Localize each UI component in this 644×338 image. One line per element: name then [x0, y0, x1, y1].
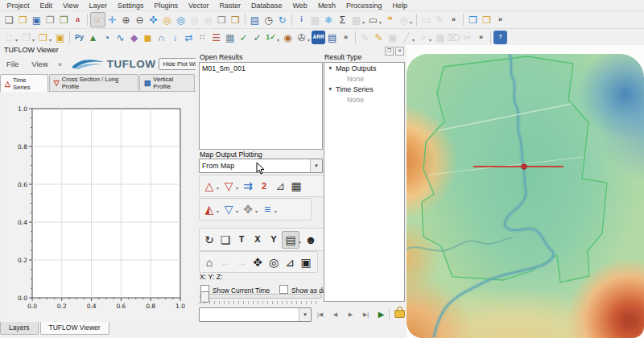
plot-zoom-icon[interactable]: ◎ [266, 254, 282, 270]
menu-web[interactable]: Web [287, 2, 312, 10]
open-results-list[interactable]: M01_5m_001 [199, 62, 323, 150]
menu-mesh[interactable]: Mesh [312, 2, 341, 10]
refresh-plot-icon[interactable]: ↻ [201, 232, 217, 248]
legend-toggle-icon[interactable]: ▤ [282, 231, 299, 249]
plot-axes-icon[interactable]: ⊿ [282, 254, 298, 270]
tree-child-item[interactable]: None [324, 73, 404, 84]
timestep-combo[interactable]: ▼ [199, 307, 312, 322]
cs-plot-dropdown[interactable]: ▾ [236, 185, 238, 191]
measure-icon[interactable]: ▭ [366, 13, 380, 27]
arr-badge-icon[interactable]: ARR [312, 31, 325, 44]
panel-menu-file[interactable]: File [0, 60, 25, 68]
x-axis-icon[interactable]: X [250, 232, 266, 248]
tab-time-series[interactable]: △Time Series [0, 74, 48, 93]
paperclip-icon[interactable]: ✇ [295, 31, 308, 44]
shield-pen-icon[interactable]: ◆ [127, 31, 141, 44]
new-layer-dropdown[interactable]: ▾ [49, 37, 52, 43]
new-layer-icon[interactable]: ❒ [36, 31, 50, 44]
lock-icon[interactable] [394, 310, 405, 318]
ts-plot-icon[interactable]: △ [201, 178, 217, 194]
menu-database[interactable]: Database [246, 2, 288, 10]
identify-features-icon[interactable]: i [295, 13, 308, 27]
pan-map-icon[interactable]: ☞ [90, 12, 105, 27]
manage-layers-icon[interactable]: ❒ [466, 13, 480, 27]
toolbar2-overflow-2-icon[interactable]: » [474, 31, 488, 44]
y-axis-icon[interactable]: Y [266, 232, 282, 248]
toggle-editing-icon[interactable]: ✎ [372, 31, 386, 44]
layout-manager-icon[interactable]: ❐ [57, 13, 71, 27]
depth-average-dropdown[interactable]: ▾ [236, 208, 238, 214]
check-files-gear-icon[interactable]: ✓ [250, 31, 264, 44]
open-project-icon[interactable]: ❒ [16, 13, 30, 27]
cs-plot-icon[interactable]: ▽ [221, 178, 237, 194]
save-project-icon[interactable]: ▣ [30, 13, 43, 27]
mesh-grid-icon[interactable]: ▦ [288, 178, 304, 194]
prev-timestep-button[interactable]: ◀ [328, 308, 342, 320]
time-slider[interactable] [200, 294, 322, 299]
cursor-trace-icon[interactable]: ⊿ [272, 178, 288, 194]
tree-expand-arrow[interactable]: ▼ [328, 86, 336, 92]
flux-line-icon[interactable]: ⇉ [240, 178, 256, 194]
arr-bear-icon[interactable]: ◉ [281, 31, 295, 44]
legend-toggle-dropdown[interactable]: ▾ [299, 239, 301, 245]
float-panel-button[interactable]: ❐ [385, 47, 394, 56]
map-image-export-icon[interactable]: ▦ [223, 31, 237, 44]
check-1d-integrity-icon[interactable]: 1✓ [264, 31, 278, 44]
menu-view[interactable]: View [58, 2, 84, 10]
menu-processing[interactable]: Processing [341, 2, 387, 10]
close-panel-button[interactable]: ✕ [395, 47, 404, 56]
panel-menu-view[interactable]: View [25, 60, 54, 68]
tree-node-time-series[interactable]: ▼Time Series [324, 84, 404, 94]
data-source-manager-icon[interactable]: ❒ [480, 13, 493, 27]
map-tips-icon[interactable]: ❝ [383, 13, 397, 27]
dock-tab-tuflow-viewer[interactable]: TUFLOW Viewer [40, 322, 109, 335]
style-manager-icon[interactable]: a [71, 13, 85, 27]
new-print-layout-icon[interactable]: ❐ [43, 13, 57, 27]
dem-tools-icon[interactable]: ▲ [86, 31, 100, 44]
panel-menu-overflow[interactable]: » [55, 60, 65, 68]
menu-vector[interactable]: Vector [183, 2, 214, 10]
menu-edit[interactable]: Edit [35, 2, 58, 10]
toolbar1-overflow-icon[interactable]: » [447, 13, 460, 27]
freeze-canvas-icon[interactable]: ❄ [322, 13, 336, 27]
refresh-map-icon[interactable]: ↻ [275, 13, 289, 27]
menu-raster[interactable]: Raster [214, 2, 246, 10]
tree-node-map-outputs[interactable]: ▼Map Outputs [324, 63, 404, 73]
tuflow-wave-icon[interactable]: ∿ [114, 31, 127, 44]
3d-plot-icon[interactable]: ≡ [259, 201, 275, 217]
dock-tab-layers[interactable]: Layers [0, 322, 39, 335]
new-project-icon[interactable]: ❏ [2, 13, 16, 27]
checkbox-box[interactable] [279, 285, 288, 294]
add-delimited-layer-icon[interactable]: ▣ [53, 31, 67, 44]
reload-results-icon[interactable]: ⇄ [182, 31, 196, 44]
menu-plugins[interactable]: Plugins [149, 2, 184, 10]
measure-dropdown[interactable]: ▾ [379, 19, 382, 25]
tcf-tool-icon[interactable]: ∷ [196, 31, 209, 44]
zoom-to-selection-icon[interactable]: ◎ [160, 13, 174, 27]
curtain-plot-icon[interactable]: ◭ [201, 201, 217, 217]
tab-vertical-profile[interactable]: ▤Vertical Profile [139, 74, 195, 91]
3d-plot-dropdown[interactable]: ▾ [275, 208, 277, 214]
zoom-to-layer-icon[interactable]: ◎ [174, 13, 188, 27]
menu-help[interactable]: Help [387, 2, 413, 10]
help-icon[interactable]: ? [493, 31, 507, 44]
toolbar2-overflow-icon[interactable]: » [339, 31, 353, 44]
map-canvas[interactable] [407, 45, 644, 338]
result-type-tree[interactable]: ▼Map OutputsNone▼Time SeriesNone [324, 62, 405, 302]
zoom-full-icon[interactable]: ✜ [147, 13, 160, 27]
curtain-plot-dropdown[interactable]: ▾ [217, 208, 219, 214]
menu-layer[interactable]: Layer [84, 2, 113, 10]
plot-home-icon[interactable]: ⌂ [201, 254, 217, 270]
next-timestep-button[interactable]: ▶ [344, 308, 357, 320]
first-timestep-button[interactable]: |◀ [313, 308, 327, 320]
secondary-axis-icon[interactable]: 2 [256, 178, 272, 194]
statistical-summary-icon[interactable]: Σ [336, 13, 349, 27]
t-axis-icon[interactable]: T [233, 232, 250, 248]
ts-plot-dropdown[interactable]: ▾ [217, 185, 219, 191]
style-list-icon[interactable]: ☰ [209, 31, 223, 44]
tab-cross-section-long-profile[interactable]: ▽Cross Section / Long Profile [49, 74, 138, 91]
paperclip-dropdown[interactable]: ▾ [308, 37, 310, 43]
spatial-bookmarks-icon[interactable]: ▤ [248, 13, 262, 27]
time-series-plot[interactable]: 0.00.20.40.60.81.00.00.20.40.60.81.0 [2, 92, 193, 322]
tree-child-item[interactable]: None [324, 94, 404, 105]
